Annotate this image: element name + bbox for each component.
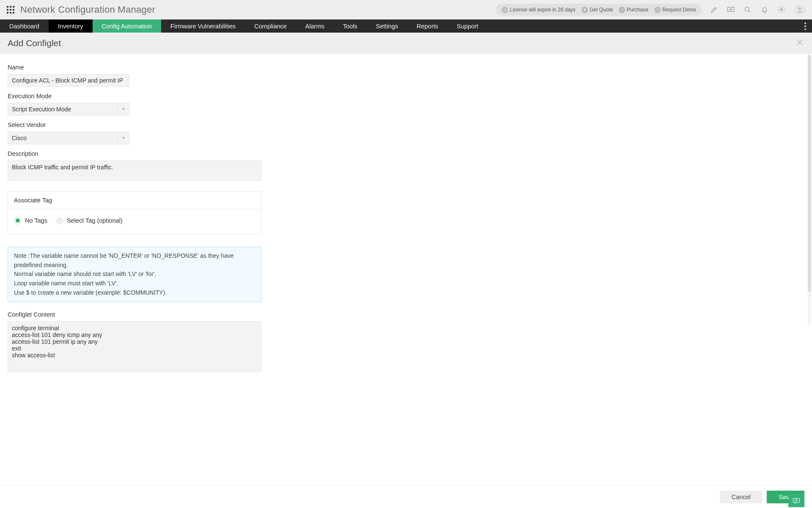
- nav-compliance[interactable]: Compliance: [245, 19, 296, 33]
- rocket-icon[interactable]: [710, 6, 718, 14]
- app-title: Network Configuration Manager: [20, 4, 155, 15]
- quote-text: Get Quote: [590, 7, 613, 13]
- nav-reports[interactable]: Reports: [407, 19, 447, 33]
- clock-icon: ◷: [502, 7, 508, 13]
- presentation-icon[interactable]: [727, 6, 735, 14]
- search-icon[interactable]: [743, 6, 752, 14]
- main-nav: DashboardInventoryConfig AutomationFirmw…: [0, 19, 812, 33]
- svg-point-1: [745, 7, 749, 11]
- nav-inventory[interactable]: Inventory: [49, 19, 93, 33]
- demo-text: Request Demo: [662, 7, 696, 13]
- user-avatar[interactable]: [794, 4, 805, 15]
- nav-tools[interactable]: Tools: [334, 19, 367, 33]
- dollar-icon: $: [582, 7, 588, 13]
- purchase-link[interactable]: ⌂ Purchase: [617, 7, 650, 13]
- demo-icon: ▢: [654, 7, 661, 13]
- cart-icon: ⌂: [619, 7, 625, 13]
- license-badge-group: ◷ License will expire in 26 days $ Get Q…: [496, 4, 702, 16]
- apps-grid-icon[interactable]: [7, 6, 14, 14]
- nav-support[interactable]: Support: [447, 19, 488, 33]
- nav-dashboard[interactable]: Dashboard: [0, 19, 49, 33]
- get-quote-link[interactable]: $ Get Quote: [580, 7, 614, 13]
- close-icon[interactable]: [795, 38, 804, 48]
- bell-icon[interactable]: [760, 6, 769, 14]
- nav-firmware-vulnerabilities[interactable]: Firmware Vulnerabilities: [161, 19, 245, 33]
- svg-point-3: [798, 7, 801, 10]
- nav-alarms[interactable]: Alarms: [296, 19, 334, 33]
- gear-icon[interactable]: [777, 6, 786, 14]
- nav-more-icon[interactable]: [803, 19, 808, 33]
- purchase-text: Purchase: [627, 7, 648, 13]
- nav-config-automation[interactable]: Config Automation: [93, 19, 162, 33]
- nav-settings[interactable]: Settings: [367, 19, 407, 33]
- svg-point-2: [781, 9, 783, 11]
- page-title: Add Configlet: [8, 38, 61, 48]
- license-text: License will expire in 26 days: [510, 7, 575, 13]
- request-demo-link[interactable]: ▢ Request Demo: [653, 7, 698, 13]
- license-badge[interactable]: ◷ License will expire in 26 days: [500, 7, 577, 13]
